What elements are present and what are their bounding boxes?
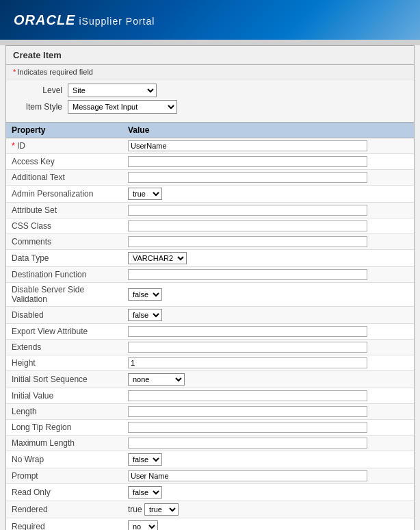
property-select[interactable]: falsetrue: [128, 309, 162, 321]
property-value: falsetrue: [122, 484, 414, 501]
property-text-input[interactable]: [128, 156, 367, 167]
table-row: Extends: [6, 340, 414, 355]
property-name: Additional Text: [6, 170, 122, 186]
property-text-input[interactable]: [128, 205, 367, 216]
table-row: Destination Function: [6, 267, 414, 283]
app-name: iSupplier Portal: [79, 16, 155, 27]
property-text-input[interactable]: [128, 140, 367, 151]
table-row: No Wrapfalsetrue: [6, 451, 414, 468]
page-container: Create Item *Indicates required field Le…: [5, 45, 415, 530]
required-note-text: Indicates required field: [17, 68, 93, 76]
property-name: Read Only: [6, 484, 122, 501]
required-note: *Indicates required field: [6, 65, 414, 79]
table-row: Export View Attribute: [6, 324, 414, 340]
property-text-input[interactable]: [128, 470, 367, 481]
property-inline-text: true: [128, 505, 144, 514]
property-text-input[interactable]: [128, 342, 367, 353]
property-name: Required: [6, 518, 122, 531]
property-value: falsetrue: [122, 283, 414, 307]
form-fields: Level Site Item Style Message Text Input: [6, 79, 414, 123]
level-row: Level Site: [13, 84, 407, 97]
table-row: CSS Class: [6, 218, 414, 234]
property-value: [122, 388, 414, 404]
property-name: Comments: [6, 234, 122, 250]
property-text-input[interactable]: [128, 220, 367, 231]
table-row: Initial Sort Sequencenoneascendingdescen…: [6, 371, 414, 388]
required-indicator: *: [12, 141, 17, 151]
property-text-input[interactable]: [128, 438, 367, 449]
property-select[interactable]: noyes: [128, 520, 158, 530]
item-style-select[interactable]: Message Text Input: [68, 100, 177, 114]
properties-table: Property Value * IDAccess KeyAdditional …: [6, 123, 414, 530]
property-value: [122, 404, 414, 420]
property-value: [122, 468, 414, 484]
property-value: [122, 138, 414, 154]
property-value: [122, 267, 414, 283]
property-select[interactable]: truefalse: [144, 503, 179, 516]
table-row: Long Tip Region: [6, 420, 414, 436]
property-value: [122, 420, 414, 436]
page-title-bar: Create Item: [6, 46, 414, 65]
table-row: Comments: [6, 234, 414, 250]
property-value: [122, 203, 414, 218]
property-text-input[interactable]: [128, 406, 367, 417]
property-value: [122, 218, 414, 234]
property-select[interactable]: falsetrue: [128, 288, 162, 301]
property-name: Admin Personalization: [6, 186, 122, 203]
property-select[interactable]: falsetrue: [128, 486, 162, 499]
table-row: Renderedtrue truefalse: [6, 501, 414, 518]
col-property: Property: [6, 123, 122, 138]
property-name: Attribute Set: [6, 203, 122, 218]
property-value: falsetrue: [122, 307, 414, 324]
property-name: Disabled: [6, 307, 122, 324]
table-row: * ID: [6, 138, 414, 154]
property-value: true truefalse: [122, 501, 414, 518]
property-value: VARCHAR2NUMBERDATE: [122, 250, 414, 267]
table-row: Admin Personalizationtruefalse: [6, 186, 414, 203]
property-value: falsetrue: [122, 451, 414, 468]
property-text-input[interactable]: [128, 390, 367, 401]
table-row: Length: [6, 404, 414, 420]
property-name: Access Key: [6, 154, 122, 170]
property-select[interactable]: truefalse: [128, 188, 162, 200]
property-text-input[interactable]: [128, 326, 367, 337]
property-text-input[interactable]: [128, 422, 367, 433]
table-row: Initial Value: [6, 388, 414, 404]
property-select[interactable]: noneascendingdescending: [128, 373, 185, 386]
table-row: Requirednoyes: [6, 518, 414, 531]
property-text-input[interactable]: [128, 269, 367, 280]
property-name: Destination Function: [6, 267, 122, 283]
property-name: Height: [6, 355, 122, 371]
property-value: [122, 170, 414, 186]
property-name: No Wrap: [6, 451, 122, 468]
property-name: * ID: [6, 138, 122, 154]
page-title: Create Item: [13, 50, 62, 60]
item-style-label: Item Style: [13, 102, 68, 112]
item-style-row: Item Style Message Text Input: [13, 100, 407, 114]
table-row: Prompt: [6, 468, 414, 484]
property-value: [122, 436, 414, 451]
property-name: Export View Attribute: [6, 324, 122, 340]
table-row: Access Key: [6, 154, 414, 170]
property-name: Extends: [6, 340, 122, 355]
main-content: Create Item *Indicates required field Le…: [0, 45, 420, 530]
property-text-input[interactable]: [128, 357, 367, 368]
level-select[interactable]: Site: [68, 84, 157, 97]
property-text-input[interactable]: [128, 236, 367, 247]
table-row: Disable Server Side Validationfalsetrue: [6, 283, 414, 307]
property-select[interactable]: falsetrue: [128, 453, 162, 466]
level-label: Level: [13, 86, 68, 95]
property-name: Long Tip Region: [6, 420, 122, 436]
property-value: truefalse: [122, 186, 414, 203]
property-name: Rendered: [6, 501, 122, 518]
property-value: [122, 234, 414, 250]
property-select[interactable]: VARCHAR2NUMBERDATE: [128, 252, 187, 264]
table-header-row: Property Value: [6, 123, 414, 138]
table-row: Disabledfalsetrue: [6, 307, 414, 324]
property-name: Initial Sort Sequence: [6, 371, 122, 388]
property-value: [122, 355, 414, 371]
property-text-input[interactable]: [128, 172, 367, 183]
property-value: noyes: [122, 518, 414, 531]
property-name: Prompt: [6, 468, 122, 484]
table-row: Height: [6, 355, 414, 371]
